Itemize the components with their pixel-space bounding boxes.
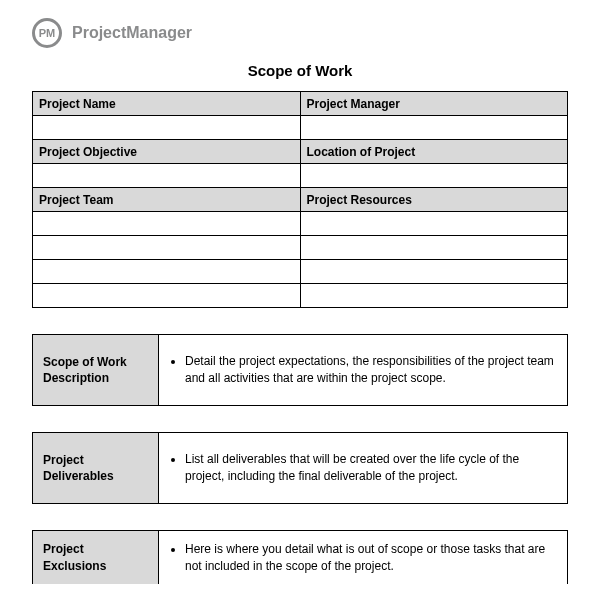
label-project-name: Project Name [33, 92, 301, 116]
resource-row [300, 260, 568, 284]
brand-header: PM ProjectManager [32, 18, 568, 48]
section-label: Project Exclusions [33, 531, 159, 584]
label-location: Location of Project [300, 140, 568, 164]
section-deliverables: Project Deliverables List all deliverabl… [32, 432, 568, 504]
label-project-team: Project Team [33, 188, 301, 212]
label-project-objective: Project Objective [33, 140, 301, 164]
label-project-manager: Project Manager [300, 92, 568, 116]
team-row [33, 260, 301, 284]
project-info-table: Project Name Project Manager Project Obj… [32, 91, 568, 308]
section-text: Here is where you detail what is out of … [185, 541, 555, 575]
team-row [33, 236, 301, 260]
label-project-resources: Project Resources [300, 188, 568, 212]
section-label: Project Deliverables [33, 433, 159, 503]
page-title: Scope of Work [32, 62, 568, 79]
value-project-manager [300, 116, 568, 140]
team-row [33, 212, 301, 236]
resource-row [300, 236, 568, 260]
section-text: List all deliverables that will be creat… [185, 451, 555, 485]
resource-row [300, 284, 568, 308]
value-location [300, 164, 568, 188]
section-exclusions: Project Exclusions Here is where you det… [32, 530, 568, 584]
resource-row [300, 212, 568, 236]
brand-logo-icon: PM [32, 18, 62, 48]
value-project-name [33, 116, 301, 140]
section-text: Detail the project expectations, the res… [185, 353, 555, 387]
section-label: Scope of Work Description [33, 335, 159, 405]
section-body: Here is where you detail what is out of … [159, 531, 567, 584]
section-sow-description: Scope of Work Description Detail the pro… [32, 334, 568, 406]
section-body: List all deliverables that will be creat… [159, 433, 567, 503]
value-project-objective [33, 164, 301, 188]
brand-name: ProjectManager [72, 24, 192, 42]
team-row [33, 284, 301, 308]
section-body: Detail the project expectations, the res… [159, 335, 567, 405]
